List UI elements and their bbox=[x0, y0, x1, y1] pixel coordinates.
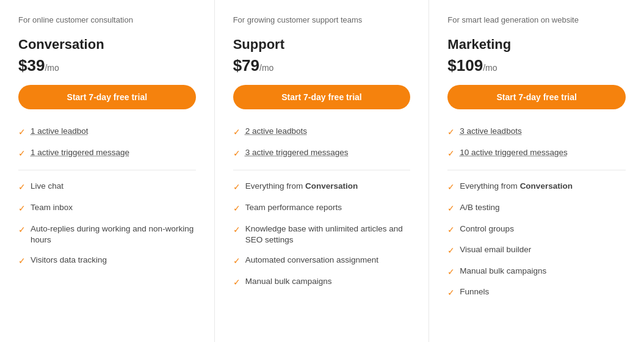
feature-label: 3 active leadbots bbox=[460, 126, 521, 136]
feature-label: 1 active leadbot bbox=[31, 126, 89, 136]
feature-text: Visitors data tracking bbox=[31, 255, 196, 266]
list-item: ✓Automated conversation assignment bbox=[233, 250, 411, 272]
list-item: ✓Visitors data tracking bbox=[18, 250, 196, 272]
check-icon: ✓ bbox=[18, 255, 26, 267]
trial-btn-marketing[interactable]: Start 7-day free trial bbox=[447, 85, 626, 109]
feature-text: Everything from Conversation bbox=[245, 181, 411, 192]
top-features-conversation: ✓1 active leadbot✓1 active triggered mes… bbox=[18, 122, 196, 164]
plan-col-support: For growing customer support teamsSuppor… bbox=[215, 0, 430, 342]
price-amount: $39 bbox=[18, 56, 45, 75]
feature-text: 2 active leadbots bbox=[245, 126, 411, 137]
list-item: ✓Auto-replies during working and non-wor… bbox=[18, 219, 196, 251]
check-icon: ✓ bbox=[18, 148, 26, 160]
list-item: ✓Team performance reports bbox=[233, 198, 411, 219]
check-icon: ✓ bbox=[233, 181, 241, 194]
check-icon: ✓ bbox=[18, 224, 26, 236]
trial-btn-support[interactable]: Start 7-day free trial bbox=[233, 85, 411, 109]
top-features-support: ✓2 active leadbots✓3 active triggered me… bbox=[233, 122, 411, 164]
price-amount: $79 bbox=[233, 56, 259, 75]
check-icon: ✓ bbox=[18, 203, 26, 215]
list-item: ✓2 active leadbots bbox=[233, 122, 411, 143]
feature-text: 1 active leadbot bbox=[31, 126, 196, 137]
bold-text: Conversation bbox=[520, 181, 573, 191]
bold-text: Conversation bbox=[305, 181, 358, 191]
check-icon: ✓ bbox=[233, 203, 241, 215]
feature-text: Manual bulk campaigns bbox=[245, 276, 411, 288]
price-period: /mo bbox=[259, 63, 273, 73]
plan-subtitle-conversation: For online customer consultation bbox=[18, 15, 196, 26]
feature-text: 3 active triggered messages bbox=[245, 147, 411, 159]
check-icon: ✓ bbox=[18, 126, 26, 139]
feature-text: A/B testing bbox=[460, 202, 626, 214]
trial-btn-conversation[interactable]: Start 7-day free trial bbox=[18, 85, 196, 109]
check-icon: ✓ bbox=[233, 148, 241, 160]
feature-label: 3 active triggered messages bbox=[245, 148, 349, 157]
list-item: ✓Everything from Conversation bbox=[233, 176, 411, 198]
feature-text: 3 active leadbots bbox=[460, 126, 626, 137]
list-item: ✓A/B testing bbox=[447, 198, 626, 219]
list-item: ✓3 active leadbots bbox=[447, 122, 626, 143]
list-item: ✓10 active triggered messages bbox=[447, 143, 626, 164]
plan-col-conversation: For online customer consultationConversa… bbox=[0, 0, 215, 342]
feature-divider bbox=[18, 170, 196, 170]
price-period: /mo bbox=[45, 63, 59, 73]
plan-subtitle-marketing: For smart lead generation on website bbox=[447, 15, 626, 26]
feature-label: 2 active leadbots bbox=[245, 126, 307, 136]
plan-name-support: Support bbox=[233, 37, 411, 53]
feature-text: Live chat bbox=[31, 181, 196, 192]
feature-text: Everything from Conversation bbox=[460, 181, 626, 192]
check-icon: ✓ bbox=[447, 148, 455, 160]
feature-text: 1 active triggered message bbox=[31, 147, 196, 159]
feature-text: Control groups bbox=[460, 224, 626, 235]
check-icon: ✓ bbox=[447, 181, 455, 194]
plan-subtitle-support: For growing customer support teams bbox=[233, 15, 411, 26]
list-item: ✓Team inbox bbox=[18, 198, 196, 219]
check-icon: ✓ bbox=[233, 224, 241, 236]
feature-text: Funnels bbox=[460, 286, 626, 298]
list-item: ✓3 active triggered messages bbox=[233, 143, 411, 164]
main-features-conversation: ✓Live chat✓Team inbox✓Auto-replies durin… bbox=[18, 176, 196, 272]
feature-label: 10 active triggered messages bbox=[460, 148, 567, 157]
feature-text: Knowledge base with unlimited articles a… bbox=[245, 224, 411, 247]
top-features-marketing: ✓3 active leadbots✓10 active triggered m… bbox=[447, 122, 626, 164]
feature-text: Team inbox bbox=[31, 202, 196, 214]
plan-col-marketing: For smart lead generation on websiteMark… bbox=[429, 0, 644, 342]
check-icon: ✓ bbox=[233, 277, 241, 289]
list-item: ✓Control groups bbox=[447, 219, 626, 241]
feature-label: 1 active triggered message bbox=[31, 148, 129, 157]
list-item: ✓Visual email builder bbox=[447, 240, 626, 261]
feature-text: Team performance reports bbox=[245, 202, 411, 214]
plan-name-conversation: Conversation bbox=[18, 37, 196, 53]
plan-price-marketing: $109/mo bbox=[447, 56, 626, 75]
list-item: ✓Manual bulk campaigns bbox=[447, 261, 626, 283]
feature-text: Automated conversation assignment bbox=[245, 255, 411, 266]
list-item: ✓Funnels bbox=[447, 282, 626, 304]
feature-text: Auto-replies during working and non-work… bbox=[31, 224, 196, 247]
check-icon: ✓ bbox=[233, 126, 241, 139]
feature-text: Manual bulk campaigns bbox=[460, 266, 626, 277]
feature-text: 10 active triggered messages bbox=[460, 147, 626, 159]
list-item: ✓Manual bulk campaigns bbox=[233, 272, 411, 293]
list-item: ✓1 active triggered message bbox=[18, 143, 196, 164]
check-icon: ✓ bbox=[233, 255, 241, 267]
plan-name-marketing: Marketing bbox=[447, 37, 626, 53]
check-icon: ✓ bbox=[447, 224, 455, 236]
plan-price-conversation: $39/mo bbox=[18, 56, 196, 75]
plan-price-support: $79/mo bbox=[233, 56, 411, 75]
list-item: ✓Live chat bbox=[18, 176, 196, 198]
feature-divider bbox=[447, 170, 626, 170]
price-period: /mo bbox=[483, 63, 497, 73]
price-amount: $109 bbox=[447, 56, 483, 75]
check-icon: ✓ bbox=[447, 126, 455, 139]
pricing-grid: For online customer consultationConversa… bbox=[0, 0, 644, 342]
check-icon: ✓ bbox=[447, 245, 455, 257]
main-features-support: ✓Everything from Conversation✓Team perfo… bbox=[233, 176, 411, 293]
check-icon: ✓ bbox=[447, 203, 455, 215]
check-icon: ✓ bbox=[447, 266, 455, 278]
check-icon: ✓ bbox=[447, 287, 455, 299]
list-item: ✓Everything from Conversation bbox=[447, 176, 626, 198]
check-icon: ✓ bbox=[18, 181, 26, 194]
feature-divider bbox=[233, 170, 411, 170]
list-item: ✓1 active leadbot bbox=[18, 122, 196, 143]
feature-text: Visual email builder bbox=[460, 244, 626, 256]
